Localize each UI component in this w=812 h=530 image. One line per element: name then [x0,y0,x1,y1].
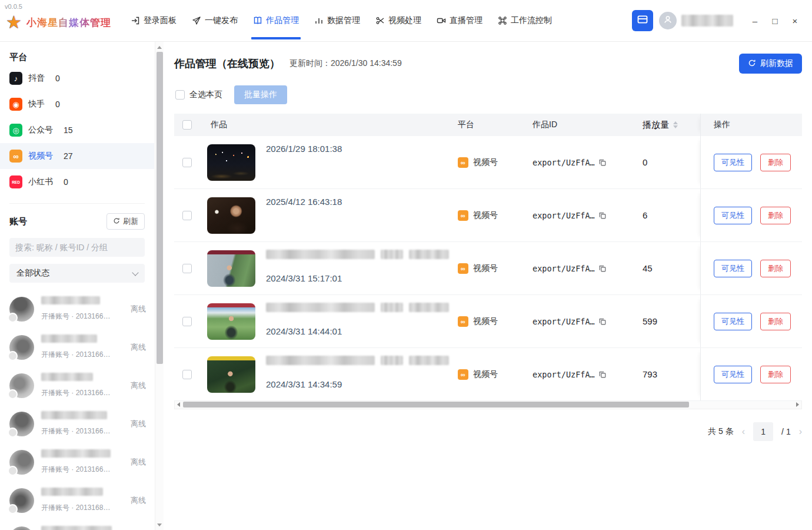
account-search-input[interactable] [9,238,145,257]
platform-count: 15 [64,125,73,135]
panel-toggle-button[interactable] [632,10,653,31]
scroll-right-arrow-icon[interactable] [794,401,801,408]
account-list-item[interactable]: 开播账号 · 2013166…离线 [0,366,154,405]
sidebar-item-wechat-channels[interactable]: ∞视频号27 [0,143,154,169]
refresh-data-button[interactable]: 刷新数据 [739,54,802,74]
minimize-button[interactable]: – [745,11,765,31]
row-checkbox[interactable] [182,158,192,167]
row-checkbox[interactable] [182,264,192,273]
visibility-button[interactable]: 可见性 [714,260,752,277]
next-page-icon[interactable]: › [799,427,802,436]
topbar: v0.0.5 ★ 小海星自媒体管理 登录面板一键发布作品管理数据管理视频处理直播… [0,0,812,42]
header-checkbox[interactable] [182,120,192,130]
sidebar-scrollbar-thumb[interactable] [157,52,163,364]
current-page[interactable]: 1 [753,422,773,441]
account-list-item[interactable]: 开播账号 · 2013166…离线 [0,405,154,443]
account-meta: 开播账号 · 2013168… [41,504,110,512]
select-all-checkbox[interactable] [175,90,185,100]
work-info: 2024/3/31 14:34:59 [266,348,449,389]
account-status: 离线 [131,380,146,391]
account-status: 离线 [131,457,146,468]
sidebar: 平台 ♪抖音0◉快手0◎公众号15∞视频号27RED小红书0 账号 刷新 全部状… [0,42,154,530]
delete-button[interactable]: 删除 [760,313,791,330]
account-list-item[interactable]: 开播账号 · 2013166…离线 [0,290,154,328]
row-checkbox[interactable] [182,370,192,379]
account-refresh-button[interactable]: 刷新 [107,213,145,230]
scroll-left-arrow-icon[interactable] [175,401,182,408]
page-separator: / 1 [781,427,791,436]
delete-button[interactable]: 删除 [760,260,791,277]
account-list-item[interactable]: 开播账号 · 2013166…离线 [0,443,154,481]
row-checkbox[interactable] [182,211,192,220]
delete-button[interactable]: 删除 [760,207,791,224]
account-list-item[interactable]: 开播账号 · 2013168…离线 [0,481,154,519]
work-thumbnail[interactable] [207,144,255,181]
copy-icon[interactable] [598,317,607,326]
batch-actions-button[interactable]: 批量操作 [234,85,287,104]
account-search [9,238,145,257]
nav-item-data[interactable]: 数据管理 [307,0,368,41]
account-list-item[interactable]: 开播账号 · 2013166…离线 [0,519,154,530]
account-info: 开播账号 · 2013166… [41,334,124,360]
horizontal-scrollbar[interactable] [174,401,802,409]
visibility-button[interactable]: 可见性 [714,313,752,330]
copy-icon[interactable] [598,370,607,379]
copy-icon[interactable] [598,211,607,220]
login-icon [131,16,140,25]
sidebar-item-official-account[interactable]: ◎公众号15 [0,117,154,143]
nav-item-workflow[interactable]: 工作流控制 [490,0,560,41]
delete-button[interactable]: 删除 [760,154,791,171]
nav-item-works[interactable]: 作品管理 [245,0,307,41]
row-checkbox[interactable] [182,317,192,326]
refresh-icon [113,217,120,226]
avatar[interactable] [659,12,677,29]
account-name-redacted [41,411,107,419]
platform-name: 快手 [28,99,45,110]
copy-icon[interactable] [598,158,607,167]
nav-label: 作品管理 [266,15,299,26]
work-date: 2024/3/31 14:34:59 [266,379,449,389]
work-thumbnail[interactable] [207,356,255,393]
work-id: export/UzFfA… [533,158,595,167]
visibility-button[interactable]: 可见性 [714,154,752,171]
account-header-label: 账号 [9,216,27,227]
column-header-work-id: 作品ID [524,114,635,136]
app-version: v0.0.5 [5,3,22,10]
update-time-value: 2026/1/30 14:34:59 [331,58,402,68]
sidebar-item-xiaohongshu[interactable]: RED小红书0 [0,169,154,195]
nav-item-publish[interactable]: 一键发布 [184,0,245,41]
wechat-channels-icon: ∞ [458,157,468,168]
nav-item-live[interactable]: 直播管理 [429,0,490,41]
platform-count: 0 [55,74,60,83]
play-count: 0 [635,136,700,188]
work-date: 2026/1/29 18:01:38 [266,144,342,154]
sidebar-scrollbar[interactable] [155,42,164,530]
scroll-up-arrow-icon[interactable] [155,43,164,51]
maximize-button[interactable]: □ [765,11,785,31]
close-button[interactable]: × [785,11,805,31]
work-thumbnail[interactable] [207,250,255,287]
sidebar-item-kuaishou[interactable]: ◉快手0 [0,91,154,117]
account-avatar [9,297,34,322]
visibility-button[interactable]: 可见性 [714,207,752,224]
sidebar-item-douyin[interactable]: ♪抖音0 [0,65,154,91]
nav-label: 登录面板 [144,15,177,26]
work-title-redacted [266,356,449,365]
prev-page-icon[interactable]: ‹ [742,427,745,436]
nav-item-login[interactable]: 登录面板 [123,0,184,41]
work-thumbnail[interactable] [207,197,255,234]
horizontal-scrollbar-thumb[interactable] [183,402,689,408]
account-name-redacted [41,449,111,458]
delete-button[interactable]: 删除 [760,366,791,383]
work-thumbnail[interactable] [207,303,255,340]
status-filter-select[interactable]: 全部状态 [9,264,145,283]
nav-item-video[interactable]: 视频处理 [368,0,429,41]
account-list-item[interactable]: 开播账号 · 2013166…离线 [0,328,154,366]
sort-toggle[interactable] [673,121,678,128]
table-row: 2025/4/12 16:43:18∞视频号export/UzFfA…6可见性删… [174,189,802,242]
copy-icon[interactable] [598,264,607,273]
list-controls: 全选本页 批量操作 [175,85,802,104]
scroll-down-arrow-icon[interactable] [155,521,164,529]
nav-label: 一键发布 [205,15,238,26]
visibility-button[interactable]: 可见性 [714,366,752,383]
